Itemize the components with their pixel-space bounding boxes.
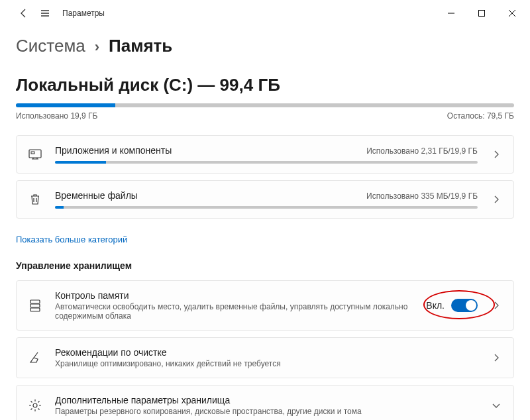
broom-icon <box>27 351 43 364</box>
minimize-button[interactable] <box>436 3 466 24</box>
apps-card[interactable]: Приложения и компоненты Использовано 2,3… <box>16 135 514 174</box>
apps-title: Приложения и компоненты <box>55 145 172 156</box>
svg-rect-2 <box>31 152 34 154</box>
apps-usage: Использовано 2,31 ГБ/19,9 ГБ <box>366 146 478 156</box>
clean-title: Рекомендации по очистке <box>55 347 478 358</box>
disk-title: Локальный диск (C:) — 99,4 ГБ <box>16 75 514 95</box>
svg-rect-0 <box>479 11 485 17</box>
menu-icon[interactable] <box>36 4 54 23</box>
titlebar: Параметры <box>0 0 530 26</box>
cleanup-card[interactable]: Рекомендации по очистке Хранилище оптими… <box>16 337 514 378</box>
close-button[interactable] <box>497 3 527 24</box>
trash-icon <box>27 193 43 206</box>
breadcrumb-parent[interactable]: Система <box>16 36 85 56</box>
adv-sub: Параметры резервного копирования, дисков… <box>55 407 478 416</box>
maximize-button[interactable] <box>466 3 497 24</box>
svg-rect-3 <box>30 300 40 303</box>
chevron-right-icon <box>490 195 503 203</box>
window-title: Параметры <box>62 9 105 18</box>
temp-usage: Использовано 335 МБ/19,9 ГБ <box>366 191 478 201</box>
disk-free-label: Осталось: 79,5 ГБ <box>447 111 514 121</box>
storage-icon <box>27 299 43 312</box>
sense-title: Контроль памяти <box>55 290 414 301</box>
sense-sub: Автоматически освободить место, удалить … <box>55 302 414 321</box>
storage-sense-card[interactable]: Контроль памяти Автоматически освободить… <box>16 280 514 331</box>
back-button[interactable] <box>15 4 33 23</box>
breadcrumb-current: Память <box>109 36 172 56</box>
show-more-link[interactable]: Показать больше категорий <box>16 235 127 244</box>
temp-card[interactable]: Временные файлы Использовано 335 МБ/19,9… <box>16 180 514 219</box>
apps-icon <box>27 148 43 161</box>
svg-rect-4 <box>30 304 40 307</box>
manage-heading: Управление хранилищем <box>16 260 514 271</box>
clean-sub: Хранилище оптимизировано, никаких действ… <box>55 359 478 368</box>
svg-point-6 <box>33 403 37 407</box>
disk-used-label: Использовано 19,9 ГБ <box>16 111 97 121</box>
chevron-down-icon <box>490 401 503 409</box>
chevron-right-icon <box>490 354 503 362</box>
disk-usage-bar <box>16 103 514 107</box>
apps-bar <box>55 161 478 164</box>
storage-sense-toggle[interactable] <box>451 299 478 312</box>
toggle-state-label: Вкл. <box>426 300 445 311</box>
gear-icon <box>27 399 43 412</box>
chevron-right-icon: › <box>95 38 99 56</box>
advanced-card[interactable]: Дополнительные параметры хранилища Парам… <box>16 385 514 420</box>
chevron-right-icon <box>490 150 503 158</box>
temp-title: Временные файлы <box>55 190 138 201</box>
svg-rect-5 <box>30 308 40 311</box>
disk-usage-fill <box>16 103 115 107</box>
temp-bar <box>55 206 478 209</box>
chevron-right-icon <box>490 301 503 309</box>
adv-title: Дополнительные параметры хранилища <box>55 395 478 405</box>
breadcrumb: Система › Память <box>16 36 514 56</box>
